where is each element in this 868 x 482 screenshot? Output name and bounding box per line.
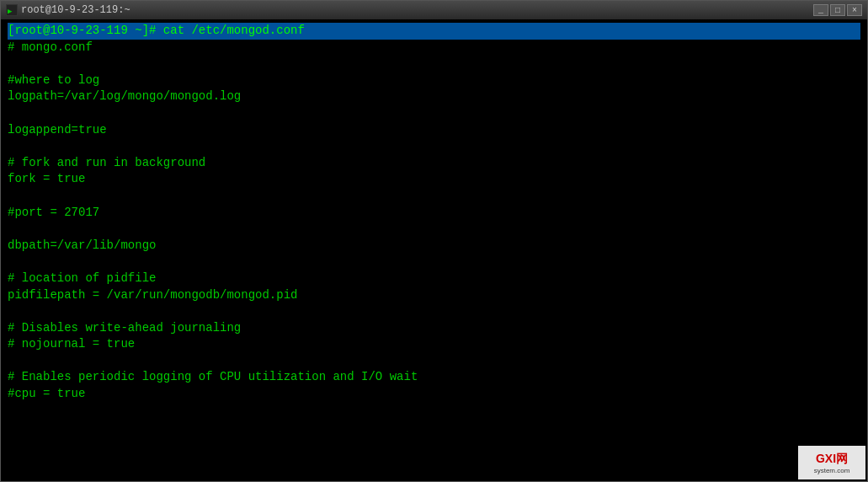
svg-text:▶: ▶: [8, 7, 13, 15]
minimize-button[interactable]: _: [813, 4, 828, 16]
titlebar: ▶ root@10-9-23-119:~ _ □ ×: [1, 1, 867, 19]
terminal-window: ▶ root@10-9-23-119:~ _ □ × [root@10-9-23…: [0, 0, 868, 482]
titlebar-left: ▶ root@10-9-23-119:~: [6, 4, 130, 16]
terminal-body[interactable]: [root@10-9-23-119 ~]# cat /etc/mongod.co…: [1, 19, 867, 481]
terminal-content: [root@10-9-23-119 ~]# cat /etc/mongod.co…: [8, 23, 860, 403]
watermark: GXI网 system.com: [798, 446, 865, 479]
terminal-icon: ▶: [6, 4, 18, 16]
close-button[interactable]: ×: [847, 4, 862, 16]
maximize-button[interactable]: □: [830, 4, 845, 16]
watermark-site: system.com: [814, 467, 850, 474]
watermark-logo: GXI网: [816, 452, 848, 467]
titlebar-title: root@10-9-23-119:~: [21, 4, 130, 16]
titlebar-controls: _ □ ×: [813, 4, 862, 16]
